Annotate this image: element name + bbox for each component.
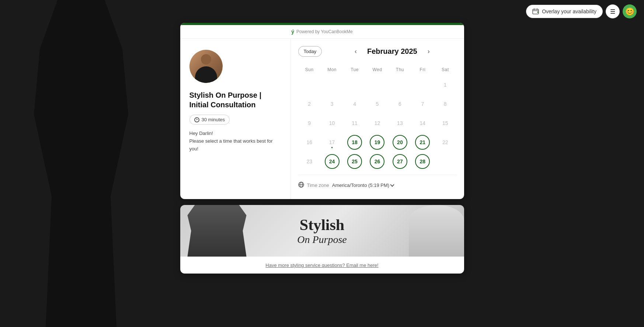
banner-area: Stylish On Purpose bbox=[180, 205, 464, 257]
day-27[interactable]: 27 bbox=[393, 154, 407, 169]
booking-title: Stylish On Purpose | Initial Consultatio… bbox=[189, 90, 281, 109]
chevron-down-icon bbox=[390, 182, 394, 187]
powered-by-bar: ý Powered by YouCanBookMe bbox=[180, 25, 464, 39]
day-13: 13 bbox=[393, 116, 407, 131]
description-line1: Hey Darlin! bbox=[189, 130, 281, 138]
clock-icon bbox=[194, 117, 199, 122]
timezone-label: Time zone bbox=[307, 182, 329, 188]
calendar-week-2: 2 3 4 5 6 7 8 bbox=[298, 94, 457, 114]
calendar-week-3: 9 10 11 12 13 14 15 bbox=[298, 114, 457, 133]
day-28[interactable]: 28 bbox=[415, 154, 430, 169]
avatar-image bbox=[189, 50, 223, 83]
calendar-divider bbox=[298, 175, 457, 175]
day-2: 2 bbox=[302, 97, 317, 111]
weekday-wed: Wed bbox=[366, 64, 389, 75]
day-12: 12 bbox=[370, 116, 384, 131]
svg-line-5 bbox=[537, 12, 538, 13]
description-line2: Please select a time that works best for… bbox=[189, 138, 281, 153]
day-10: 10 bbox=[325, 116, 340, 131]
left-panel: Stylish On Purpose | Initial Consultatio… bbox=[180, 39, 291, 199]
day-7: 7 bbox=[415, 97, 430, 111]
weekday-thu: Thu bbox=[389, 64, 411, 75]
right-panel: Today ‹ February 2025 › Sun Mon Tue Wed … bbox=[291, 39, 464, 199]
lower-card: Stylish On Purpose Have more styling ser… bbox=[180, 205, 464, 274]
month-navigation: ‹ February 2025 › bbox=[328, 46, 456, 57]
banner-text: Stylish On Purpose bbox=[297, 216, 347, 246]
mannequin-left bbox=[0, 0, 140, 327]
card-body: Stylish On Purpose | Initial Consultatio… bbox=[180, 39, 464, 199]
day-14: 14 bbox=[415, 116, 430, 131]
weekday-tue: Tue bbox=[343, 64, 366, 75]
weekday-mon: Mon bbox=[321, 64, 343, 75]
month-title: February 2025 bbox=[367, 47, 417, 56]
overlay-label: Overlay your availability bbox=[542, 8, 596, 14]
prev-month-button[interactable]: ‹ bbox=[352, 46, 360, 57]
day-23: 23 bbox=[302, 154, 317, 169]
calendar-grid: Sun Mon Tue Wed Thu Fri Sat bbox=[298, 64, 457, 171]
timezone-row: Time zone America/Toronto (5:19 PM) bbox=[298, 179, 457, 192]
day-21[interactable]: 21 bbox=[415, 135, 430, 150]
duration-badge: 30 minutes bbox=[189, 115, 230, 125]
day-6: 6 bbox=[393, 97, 407, 111]
day-24[interactable]: 24 bbox=[325, 154, 340, 169]
duration-text: 30 minutes bbox=[202, 117, 225, 122]
menu-button[interactable]: ☰ bbox=[606, 4, 620, 18]
day-1: 1 bbox=[438, 77, 453, 92]
timezone-value-text: America/Toronto (5:19 PM) bbox=[332, 182, 389, 188]
day-15: 15 bbox=[438, 116, 453, 131]
user-avatar-button[interactable]: 😊 bbox=[623, 4, 637, 18]
weekday-sun: Sun bbox=[298, 64, 321, 75]
ycbm-logo: ý bbox=[291, 29, 294, 35]
day-17: 17 bbox=[325, 135, 340, 150]
day-11: 11 bbox=[347, 116, 362, 131]
day-8: 8 bbox=[438, 97, 453, 111]
banner-line1: Stylish bbox=[300, 216, 344, 233]
booking-card: ý Powered by YouCanBookMe Stylish On Pur… bbox=[180, 23, 464, 199]
booking-description: Hey Darlin! Please select a time that wo… bbox=[189, 130, 281, 153]
lower-card-footer: Have more styling service questions? Ema… bbox=[180, 257, 464, 274]
day-20[interactable]: 20 bbox=[393, 135, 407, 150]
day-3: 3 bbox=[325, 97, 340, 111]
day-5: 5 bbox=[370, 97, 384, 111]
banner-mannequin-right bbox=[409, 205, 464, 257]
calendar-week-1: 1 bbox=[298, 75, 457, 94]
next-month-button[interactable]: › bbox=[425, 46, 433, 57]
day-16: 16 bbox=[302, 135, 317, 150]
globe-icon bbox=[298, 182, 304, 189]
profile-avatar bbox=[189, 50, 223, 83]
top-navigation: Overlay your availability ☰ 😊 bbox=[0, 0, 644, 23]
day-9: 9 bbox=[302, 116, 317, 131]
overlay-availability-button[interactable]: Overlay your availability bbox=[526, 5, 603, 18]
calendar-overlay-icon bbox=[532, 8, 539, 15]
day-19[interactable]: 19 bbox=[370, 135, 384, 150]
day-4: 4 bbox=[347, 97, 362, 111]
calendar-header: Today ‹ February 2025 › bbox=[298, 46, 457, 57]
weekday-fri: Fri bbox=[411, 64, 434, 75]
mannequin-right bbox=[504, 0, 644, 327]
hamburger-icon: ☰ bbox=[610, 8, 615, 15]
day-25[interactable]: 25 bbox=[347, 154, 362, 169]
day-22: 22 bbox=[438, 135, 453, 150]
weekday-header-row: Sun Mon Tue Wed Thu Fri Sat bbox=[298, 64, 457, 75]
banner-line2: On Purpose bbox=[297, 234, 347, 246]
email-link[interactable]: Have more styling service questions? Ema… bbox=[265, 262, 378, 268]
weekday-sat: Sat bbox=[434, 64, 456, 75]
calendar-week-5: 23 24 25 26 27 28 bbox=[298, 152, 457, 171]
avatar-emoji: 😊 bbox=[625, 7, 634, 16]
day-26[interactable]: 26 bbox=[370, 154, 384, 169]
calendar-week-4: 16 17 18 19 20 21 22 bbox=[298, 133, 457, 152]
powered-by-text: Powered by YouCanBookMe bbox=[296, 29, 353, 34]
day-18[interactable]: 18 bbox=[347, 135, 362, 150]
banner-mannequin-left bbox=[180, 205, 254, 257]
today-button[interactable]: Today bbox=[298, 46, 322, 57]
timezone-selector[interactable]: America/Toronto (5:19 PM) bbox=[332, 182, 394, 188]
